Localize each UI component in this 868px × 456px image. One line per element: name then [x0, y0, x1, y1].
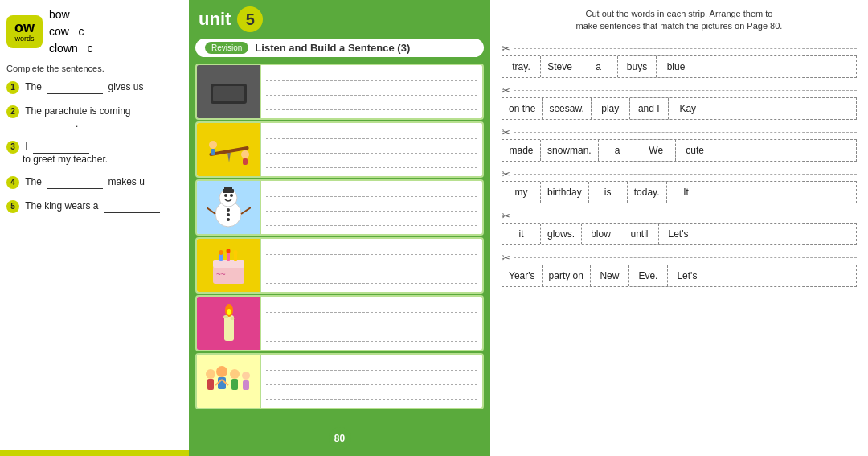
sentence-num-4: 4 [6, 176, 19, 189]
word-cell-6-2: party on [542, 265, 591, 286]
word-cell-2-3: play [592, 98, 630, 119]
revision-tag: Revision [205, 42, 248, 54]
right-panel: Cut out the words in each strip. Arrange… [490, 0, 868, 456]
sentence-2: 2 The parachute is coming . [6, 105, 182, 129]
image-list: ~~ [189, 60, 490, 456]
scissors-line-2 [514, 90, 857, 91]
word-cell-1-1: tray. [502, 56, 541, 77]
word-cell-3-2: snowman. [541, 140, 599, 161]
right-instruction: Cut out the words in each strip. Arrange… [502, 8, 857, 33]
word-cell-4-5: It [667, 182, 706, 203]
scissors-line-3 [514, 132, 857, 133]
scissors-row-5: ✂ [502, 210, 857, 222]
image-lines-1 [261, 68, 482, 115]
unit-num-badge: 5 [237, 6, 263, 32]
strip-container-4: ✂ my birthday is today. It [502, 168, 857, 203]
svg-rect-13 [224, 187, 232, 191]
word-cell-2-5: Kay [669, 98, 707, 119]
sentence-3: 3 I to greet my teacher. [6, 141, 182, 165]
svg-point-4 [209, 141, 217, 149]
svg-point-32 [230, 317, 234, 320]
word-cell-5-3: blow [582, 224, 620, 244]
svg-line-18 [241, 207, 251, 214]
dot-line [266, 88, 477, 96]
dot-line [266, 247, 477, 255]
ow-word-3: clown c [49, 42, 92, 55]
image-lines-5 [261, 300, 482, 347]
word-cell-4-2: birthday [541, 182, 589, 203]
scissors-line-1 [514, 48, 857, 49]
image-thumb-4: ~~ [197, 239, 261, 292]
svg-point-6 [241, 150, 249, 158]
word-cell-3-1: made [502, 140, 541, 161]
scissors-line-6 [514, 257, 857, 258]
svg-point-26 [234, 250, 238, 255]
sentence-1-text: The gives us [25, 81, 143, 92]
image-thumb-5 [197, 297, 261, 350]
strip-container-5: ✂ it glows. blow until Let's [502, 210, 857, 245]
revision-bar: Revision Listen and Build a Sentence (3) [195, 39, 484, 57]
word-strip-1: tray. Steve a buys blue [502, 55, 857, 78]
sentence-2-text: The parachute is coming [25, 105, 130, 117]
scissors-icon-4: ✂ [502, 168, 510, 180]
word-cell-3-4: We [637, 140, 676, 161]
svg-rect-5 [211, 149, 215, 155]
word-cell-6-5: Let's [668, 265, 706, 286]
ow-label: ow [14, 20, 35, 36]
word-cell-6-3: New [591, 265, 629, 286]
svg-rect-38 [231, 379, 238, 390]
svg-point-15 [227, 213, 230, 216]
scissors-icon-5: ✂ [502, 210, 510, 222]
word-cell-6-4: Eve. [629, 265, 668, 286]
dot-line [266, 73, 477, 81]
image-thumb-3 [197, 181, 261, 234]
sentence-3-text2: to greet my teacher. [23, 154, 108, 165]
scissors-row-1: ✂ [502, 43, 857, 55]
word-strip-3: made snowman. a We cute [502, 139, 857, 162]
sentence-4-text: The makes u [25, 176, 145, 187]
scissors-icon-1: ✂ [502, 43, 510, 55]
word-cell-2-2: seesaw. [542, 98, 591, 119]
strip-container-1: ✂ tray. Steve a buys blue [502, 43, 857, 78]
word-cell-5-2: glows. [541, 224, 582, 244]
word-cell-1-2: Steve [541, 56, 579, 77]
svg-rect-40 [243, 380, 249, 390]
image-lines-6 [261, 358, 482, 405]
scissors-icon-6: ✂ [502, 252, 510, 264]
complete-sentences-label: Complete the sentences. [6, 64, 182, 73]
ow-badge: ow words [6, 15, 43, 49]
image-row-5 [195, 295, 484, 351]
image-lines-4 [261, 242, 482, 289]
word-cell-1-3: a [579, 56, 618, 77]
word-cell-5-1: it [502, 224, 541, 244]
svg-point-33 [206, 369, 215, 379]
scissors-icon-2: ✂ [502, 84, 510, 97]
word-cell-4-4: today. [628, 182, 667, 203]
scissors-icon-3: ✂ [502, 126, 510, 138]
svg-point-39 [242, 372, 250, 380]
scissors-line-5 [514, 216, 857, 216]
svg-marker-3 [227, 153, 231, 162]
image-thumb-1 [197, 65, 261, 118]
dot-line [266, 276, 477, 284]
dot-line [266, 189, 477, 197]
word-cell-3-5: cute [676, 140, 714, 161]
scissors-row-2: ✂ [502, 84, 857, 97]
image-row-4: ~~ [195, 237, 484, 294]
sentence-3-text: I [25, 141, 92, 152]
dot-line [266, 261, 477, 269]
scissors-row-4: ✂ [502, 168, 857, 180]
dot-line [266, 334, 477, 342]
unit-label: unit [199, 9, 231, 30]
word-cell-4-3: is [589, 182, 628, 203]
scissors-row-6: ✂ [502, 252, 857, 264]
ow-sublabel: words [14, 35, 35, 43]
scissors-row-3: ✂ [502, 126, 857, 138]
activity-title: Listen and Build a Sentence (3) [255, 42, 410, 54]
svg-line-17 [207, 207, 215, 214]
image-thumb-2 [197, 123, 261, 176]
dot-line [266, 203, 477, 212]
svg-text:~~: ~~ [216, 270, 226, 279]
strip-container-6: ✂ Year's party on New Eve. Let's [502, 252, 857, 287]
page-number: 80 [329, 427, 351, 450]
